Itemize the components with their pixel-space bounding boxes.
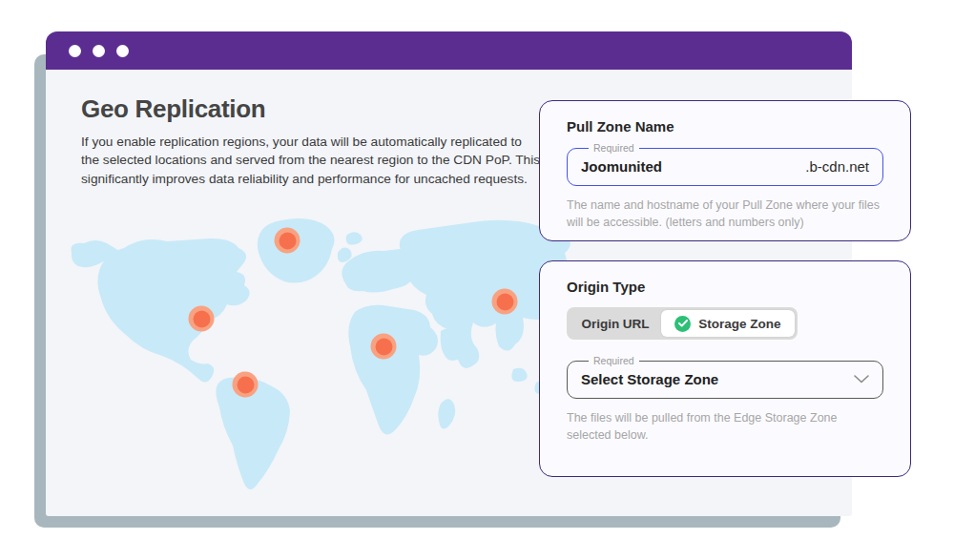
pull-zone-name-field[interactable]: Required Joomunited .b-cdn.net — [567, 142, 883, 186]
page-description: If you enable replication regions, your … — [81, 133, 541, 188]
geo-replication-illustration: Geo Replication If you enable replicatio… — [0, 0, 954, 560]
window-control-dot[interactable] — [116, 45, 129, 57]
pull-zone-helper-text: The name and hostname of your Pull Zone … — [567, 197, 883, 231]
marker-core — [279, 232, 296, 249]
replication-region-north-africa[interactable] — [371, 334, 397, 360]
check-icon — [674, 316, 691, 332]
origin-type-panel: Origin Type Origin URL Storage Zone Requ… — [539, 260, 911, 477]
pull-zone-name-heading: Pull Zone Name — [567, 118, 883, 135]
origin-type-heading: Origin Type — [567, 279, 883, 295]
storage-zone-select[interactable]: Required Select Storage Zone — [567, 355, 883, 399]
replication-region-east-asia[interactable] — [492, 289, 518, 315]
pull-zone-name-input[interactable]: Joomunited — [581, 158, 662, 175]
origin-url-option[interactable]: Origin URL — [570, 310, 661, 337]
pull-zone-name-panel: Pull Zone Name Required Joomunited .b-cd… — [539, 100, 911, 241]
chevron-down-icon — [854, 375, 869, 384]
replication-region-south-america[interactable] — [233, 372, 259, 398]
storage-zone-helper-text: The files will be pulled from the Edge S… — [567, 409, 883, 444]
window-control-dot[interactable] — [93, 45, 105, 57]
marker-core — [237, 376, 254, 393]
marker-core — [193, 310, 210, 327]
hostname-suffix: .b-cdn.net — [805, 158, 869, 175]
storage-zone-option[interactable]: Storage Zone — [661, 310, 795, 337]
required-label: Required — [589, 142, 639, 154]
window-control-dot[interactable] — [69, 45, 81, 57]
world-map — [67, 196, 572, 501]
marker-core — [496, 293, 513, 310]
replication-region-greenland[interactable] — [275, 228, 301, 254]
replication-region-north-america[interactable] — [189, 306, 215, 332]
required-label: Required — [589, 355, 639, 366]
world-map-continents — [67, 196, 572, 501]
marker-core — [375, 338, 392, 355]
storage-zone-select-value: Select Storage Zone — [581, 371, 718, 387]
origin-type-toggle: Origin URL Storage Zone — [567, 307, 798, 340]
browser-titlebar — [46, 31, 852, 70]
storage-zone-option-label: Storage Zone — [698, 317, 780, 331]
